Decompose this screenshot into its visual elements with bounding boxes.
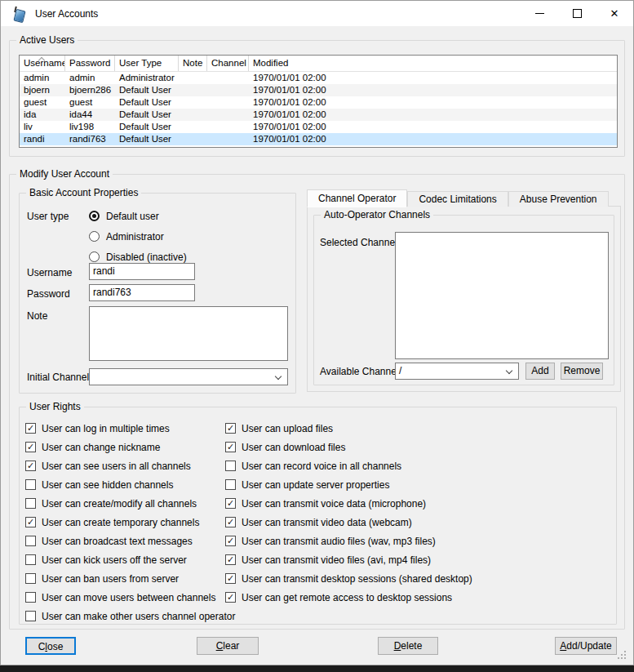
checkbox-label: User can see hidden channels	[42, 479, 173, 491]
table-cell	[207, 121, 249, 133]
checkbox-unchecked-icon	[225, 461, 236, 471]
minimize-button[interactable]	[521, 1, 558, 26]
table-cell: randi	[20, 133, 65, 145]
checkbox-checked-icon	[225, 498, 236, 509]
window-title: User Accounts	[35, 8, 98, 20]
column-header-channel[interactable]: Channel	[207, 56, 249, 71]
right-checkbox-user-can-move-users-between-channels[interactable]: User can move users between channels	[25, 588, 235, 607]
checkbox-label: User can move users between channels	[42, 592, 215, 603]
table-cell	[207, 96, 249, 109]
add-update-button[interactable]: Add/Update	[555, 637, 617, 655]
radio-icon	[89, 231, 100, 242]
close-icon: ✕	[610, 8, 619, 19]
checkbox-checked-icon	[225, 592, 236, 603]
table-cell: Administrator	[115, 72, 179, 84]
checkbox-checked-icon	[225, 554, 236, 565]
maximize-button[interactable]	[558, 1, 596, 26]
tab-bar: Channel OperatorCodec LimitationsAbuse P…	[307, 189, 609, 207]
checkbox-label: User can transmit video data (webcam)	[242, 517, 412, 528]
checkbox-label: User can transmit desktop sessions (shar…	[242, 573, 472, 585]
right-checkbox-user-can-see-users-in-all-channels[interactable]: User can see users in all channels	[25, 456, 235, 475]
available-channels-combobox[interactable]: /	[395, 363, 519, 380]
add-button[interactable]: Add	[525, 363, 555, 380]
checkbox-label: User can change nickname	[42, 442, 160, 453]
selected-channels-listbox[interactable]	[395, 232, 609, 359]
username-input[interactable]: randi	[89, 263, 195, 280]
checkbox-unchecked-icon	[25, 498, 36, 509]
user-type-radio-default-user[interactable]: Default user	[89, 206, 187, 226]
right-checkbox-user-can-transmit-voice-data-microphone-[interactable]: User can transmit voice data (microphone…	[225, 494, 472, 513]
radio-icon	[89, 211, 100, 221]
checkbox-label: User can transmit video files (avi, mp4 …	[242, 554, 431, 566]
checkbox-checked-icon	[225, 423, 236, 434]
checkbox-checked-icon	[25, 442, 36, 452]
note-textarea[interactable]	[89, 306, 288, 361]
table-cell: liv198	[65, 121, 115, 133]
table-cell	[179, 96, 207, 109]
table-row[interactable]: livliv198Default User1970/01/01 02:00	[20, 121, 617, 133]
column-header-password[interactable]: Password	[65, 56, 115, 71]
table-header[interactable]: Username Password User Type Note Channel…	[20, 56, 617, 72]
remove-button[interactable]: Remove	[561, 363, 603, 380]
user-type-radio-administrator[interactable]: Administrator	[89, 226, 187, 247]
table-cell: Default User	[115, 133, 179, 145]
table-cell: ida	[20, 109, 65, 121]
column-header-modified[interactable]: Modified	[249, 56, 617, 71]
tab-channel-operator[interactable]: Channel Operator	[307, 189, 407, 207]
right-checkbox-user-can-ban-users-from-server[interactable]: User can ban users from server	[25, 569, 235, 588]
selected-channels-label: Selected Channels	[320, 237, 402, 248]
right-checkbox-user-can-make-other-users-channel-operator[interactable]: User can make other users channel operat…	[25, 607, 235, 625]
initial-channel-combobox[interactable]	[89, 368, 288, 385]
right-checkbox-user-can-log-in-multiple-times[interactable]: User can log in multiple times	[25, 419, 235, 438]
right-checkbox-user-can-transmit-desktop-sessions-shared-desktop-[interactable]: User can transmit desktop sessions (shar…	[225, 569, 472, 588]
resize-grip[interactable]	[618, 651, 626, 659]
table-row[interactable]: idaida44Default User1970/01/01 02:00	[20, 109, 617, 121]
table-row[interactable]: adminadminAdministrator1970/01/01 02:00	[20, 72, 617, 84]
user-accounts-window: User Accounts ✕ Active Users Username Pa…	[0, 0, 634, 665]
table-cell: bjoern	[20, 84, 65, 96]
column-header-usertype[interactable]: User Type	[115, 56, 179, 71]
right-checkbox-user-can-update-server-properties[interactable]: User can update server properties	[225, 475, 472, 494]
table-cell	[207, 72, 249, 84]
table-cell	[207, 84, 249, 96]
table-cell: bjoern286	[65, 84, 115, 96]
tab-codec-limitations[interactable]: Codec Limitations	[407, 191, 508, 207]
right-checkbox-user-can-record-voice-in-all-channels[interactable]: User can record voice in all channels	[225, 456, 472, 475]
delete-button[interactable]: Delete	[378, 637, 438, 655]
right-checkbox-user-can-broadcast-text-messages[interactable]: User can broadcast text messages	[25, 532, 235, 550]
table-cell	[207, 109, 249, 121]
right-checkbox-user-can-get-remote-access-to-desktop-sessions[interactable]: User can get remote access to desktop se…	[225, 588, 472, 607]
table-row[interactable]: bjoernbjoern286Default User1970/01/01 02…	[20, 84, 617, 96]
table-cell: randi763	[65, 133, 115, 145]
available-channels-label: Available Channels	[320, 366, 404, 377]
checkbox-checked-icon	[25, 461, 36, 471]
user-type-label: User type	[27, 211, 69, 222]
table-cell	[179, 121, 207, 133]
close-window-button[interactable]: ✕	[596, 1, 633, 26]
right-checkbox-user-can-create-modify-all-channels[interactable]: User can create/modify all channels	[25, 494, 235, 513]
column-header-note[interactable]: Note	[179, 56, 207, 71]
tab-abuse-prevention[interactable]: Abuse Prevention	[508, 191, 609, 207]
table-cell: 1970/01/01 02:00	[249, 133, 617, 145]
table-row[interactable]: guestguestDefault User1970/01/01 02:00	[20, 96, 617, 109]
sort-ascending-icon	[39, 56, 44, 61]
right-checkbox-user-can-change-nickname[interactable]: User can change nickname	[25, 438, 235, 456]
right-checkbox-user-can-create-temporary-channels[interactable]: User can create temporary channels	[25, 513, 235, 532]
checkbox-label: User can see users in all channels	[42, 461, 191, 472]
checkbox-label: User can create/modify all channels	[42, 498, 197, 510]
chevron-down-icon	[507, 368, 512, 374]
right-checkbox-user-can-transmit-video-data-webcam-[interactable]: User can transmit video data (webcam)	[225, 513, 472, 532]
right-checkbox-user-can-see-hidden-channels[interactable]: User can see hidden channels	[25, 475, 235, 494]
right-checkbox-user-can-transmit-audio-files-wav-mp3-files-[interactable]: User can transmit audio files (wav, mp3 …	[225, 532, 472, 550]
right-checkbox-user-can-upload-files[interactable]: User can upload files	[225, 419, 472, 438]
clear-button[interactable]: Clear	[197, 637, 259, 655]
right-checkbox-user-can-transmit-video-files-avi-mp4-files-[interactable]: User can transmit video files (avi, mp4 …	[225, 550, 472, 569]
column-header-username[interactable]: Username	[20, 56, 65, 71]
close-button[interactable]: Close	[25, 637, 76, 655]
table-row[interactable]: randirandi763Default User1970/01/01 02:0…	[20, 133, 617, 145]
active-users-table[interactable]: Username Password User Type Note Channel…	[19, 55, 618, 148]
right-checkbox-user-can-kick-users-off-the-server[interactable]: User can kick users off the server	[25, 550, 235, 569]
password-input[interactable]: randi763	[89, 284, 195, 301]
table-cell: admin	[65, 72, 115, 84]
right-checkbox-user-can-download-files[interactable]: User can download files	[225, 438, 472, 456]
